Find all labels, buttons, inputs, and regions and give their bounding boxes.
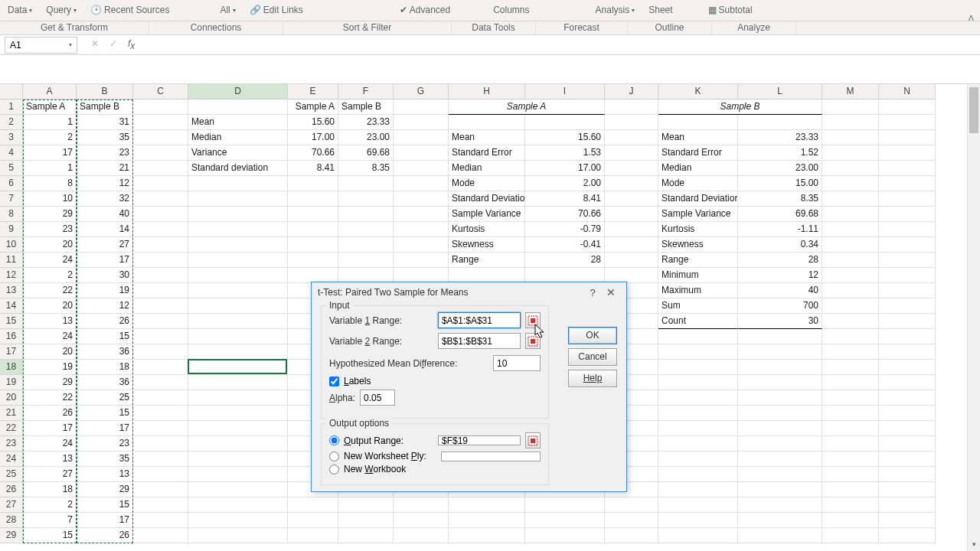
cell[interactable]: Skewness [658,237,738,253]
cell[interactable]: Sum [658,298,738,314]
cell[interactable] [188,191,288,207]
cell[interactable] [658,452,738,467]
cell[interactable] [605,130,658,145]
cell[interactable] [338,191,394,207]
cell[interactable]: Sample Variance [658,207,738,222]
cell[interactable] [133,375,188,390]
cell[interactable]: 22 [23,390,77,406]
cell[interactable] [605,115,658,130]
cell[interactable] [188,329,288,344]
cell[interactable] [658,360,738,375]
col-header[interactable]: I [525,84,605,99]
cell[interactable]: 20 [23,237,77,253]
ok-button[interactable]: OK [568,327,617,344]
cell[interactable]: Mode [658,176,738,191]
row-header[interactable]: 14 [0,298,23,314]
cell[interactable] [605,237,658,253]
cell[interactable] [822,452,879,467]
row-header[interactable]: 27 [0,497,23,513]
cell[interactable] [338,528,394,543]
cell[interactable]: 21 [77,161,133,176]
cell[interactable] [449,513,525,528]
cell[interactable] [133,268,188,283]
cell[interactable]: Range [658,253,738,268]
cell[interactable] [133,329,188,344]
cell[interactable]: Standard Deviation [449,191,525,207]
cell[interactable]: 15.60 [288,115,338,130]
col-header[interactable]: N [879,84,936,99]
cell[interactable] [188,253,288,268]
cell[interactable] [822,421,879,436]
cell[interactable] [822,115,879,130]
cell[interactable] [338,253,394,268]
cell[interactable] [338,222,394,237]
cell[interactable] [879,115,936,130]
cell[interactable] [338,513,394,528]
cell[interactable] [658,513,738,528]
cell[interactable] [879,298,936,314]
cell[interactable] [822,467,879,482]
cell[interactable] [822,406,879,421]
cell[interactable] [879,375,936,390]
cell[interactable] [394,130,449,145]
cell[interactable] [879,406,936,421]
cell[interactable]: Sample A [23,99,77,115]
cell[interactable] [525,528,605,543]
hyp-input[interactable] [493,355,541,371]
cell[interactable] [822,253,879,268]
ribbon-recent-sources[interactable]: 🕑 Recent Sources [90,0,169,20]
row-header[interactable]: 13 [0,283,23,298]
cell[interactable]: 1 [23,161,77,176]
cell[interactable] [133,467,188,482]
col-header[interactable]: B [77,84,133,99]
cell[interactable] [394,528,449,543]
ribbon-subtotal[interactable]: ▦ Subtotal [708,0,753,20]
cell[interactable] [338,268,394,283]
cell[interactable]: 13 [23,314,77,329]
row-header[interactable]: 15 [0,314,23,329]
cell[interactable]: Standard Error [449,145,525,161]
cell[interactable]: 17 [77,513,133,528]
cell[interactable]: -0.41 [525,237,605,253]
cell[interactable]: 24 [23,253,77,268]
cell[interactable] [288,222,338,237]
cell[interactable] [133,421,188,436]
cell[interactable]: 25 [77,390,133,406]
cell[interactable] [822,283,879,298]
cell[interactable] [822,176,879,191]
cell[interactable]: 69.68 [738,207,822,222]
cell[interactable]: 19 [77,283,133,298]
row-header[interactable]: 25 [0,467,23,482]
cell[interactable] [658,344,738,360]
cell[interactable] [879,130,936,145]
cell[interactable]: 26 [23,406,77,421]
cell[interactable] [133,145,188,161]
cell[interactable] [288,191,338,207]
cell[interactable] [879,268,936,283]
cell[interactable]: Mean [658,130,738,145]
cell[interactable] [188,482,288,497]
cell[interactable] [394,161,449,176]
cell[interactable]: 40 [738,283,822,298]
select-all-corner[interactable] [0,84,23,99]
cell[interactable] [133,115,188,130]
row-header[interactable]: 6 [0,176,23,191]
cell[interactable] [879,99,936,115]
cell[interactable] [822,513,879,528]
row-header[interactable]: 4 [0,145,23,161]
cell[interactable] [605,528,658,543]
cell[interactable] [338,497,394,513]
cell[interactable] [738,406,822,421]
output-range-input[interactable] [438,435,521,445]
row-header[interactable]: 26 [0,482,23,497]
col-header[interactable]: M [822,84,879,99]
cell[interactable] [394,513,449,528]
cell[interactable] [133,513,188,528]
ribbon-all[interactable]: All▾ [220,0,235,20]
cell[interactable]: 12 [77,176,133,191]
cell[interactable] [188,497,288,513]
cell[interactable] [822,130,879,145]
cell[interactable] [288,237,338,253]
cell[interactable] [879,528,936,543]
cell[interactable] [288,513,338,528]
